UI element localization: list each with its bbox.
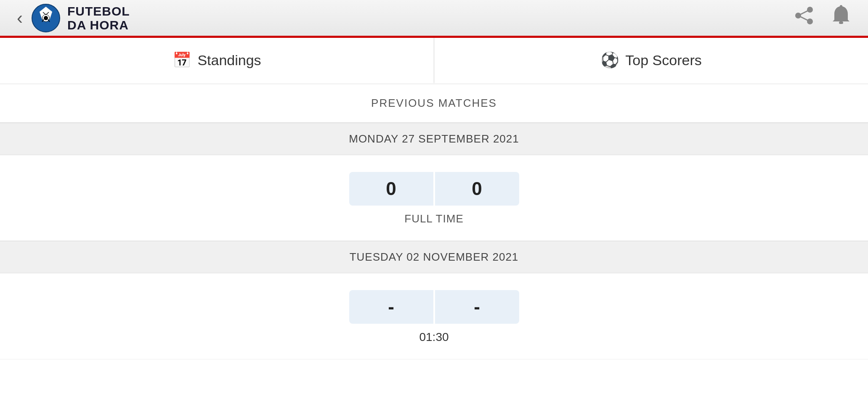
date-header-1: MONDAY 27 SEPTEMBER 2021 xyxy=(0,123,868,155)
header-left: ‹ FUTEBOL DA HORA xyxy=(17,3,130,33)
date-header-2: TUESDAY 02 NOVEMBER 2021 xyxy=(0,241,868,273)
top-scorers-icon: ⚽ xyxy=(600,51,619,69)
app-header: ‹ FUTEBOL DA HORA xyxy=(0,0,868,38)
tab-top-scorers[interactable]: ⚽ Top Scorers xyxy=(434,38,868,84)
main-content: PREVIOUS MATCHES MONDAY 27 SEPTEMBER 202… xyxy=(0,84,868,359)
tabs-nav: 📅 Standings ⚽ Top Scorers xyxy=(0,38,868,84)
tab-top-scorers-label: Top Scorers xyxy=(625,52,701,69)
svg-point-4 xyxy=(44,16,48,20)
svg-rect-14 xyxy=(839,21,843,24)
share-icon[interactable] xyxy=(794,5,814,30)
home-score-2: - xyxy=(349,290,433,324)
home-score-1: 0 xyxy=(349,172,433,206)
standings-icon: 📅 xyxy=(173,51,191,69)
previous-matches-header: PREVIOUS MATCHES xyxy=(0,84,868,123)
match-row-2[interactable]: - - 01:30 xyxy=(0,273,868,359)
logo-line1: FUTEBOL xyxy=(67,4,130,18)
bell-icon[interactable] xyxy=(831,5,851,31)
away-score-1: 0 xyxy=(435,172,519,206)
svg-line-12 xyxy=(798,10,810,16)
score-container-1: 0 0 xyxy=(349,172,519,206)
logo: FUTEBOL DA HORA xyxy=(31,3,130,33)
score-container-2: - - xyxy=(349,290,519,324)
logo-line2: DA HORA xyxy=(67,18,130,32)
logo-icon xyxy=(31,3,61,33)
tab-standings[interactable]: 📅 Standings xyxy=(0,38,434,84)
match-time-2: 01:30 xyxy=(419,330,449,344)
match-row-1[interactable]: 0 0 FULL TIME xyxy=(0,155,868,241)
svg-point-15 xyxy=(840,5,842,8)
tab-standings-label: Standings xyxy=(197,52,261,69)
away-score-2: - xyxy=(435,290,519,324)
logo-text: FUTEBOL DA HORA xyxy=(67,4,130,32)
back-button[interactable]: ‹ xyxy=(17,9,23,27)
header-right xyxy=(794,5,851,31)
match-status-1: FULL TIME xyxy=(404,212,463,225)
svg-line-13 xyxy=(798,16,810,21)
